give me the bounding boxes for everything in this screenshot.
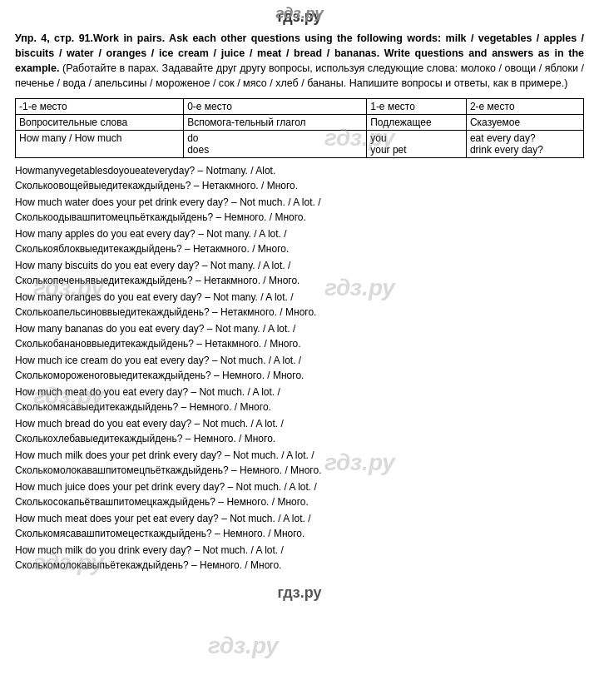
answer-en-9: How much milk does your pet drink every … [15,449,314,461]
table-row1-3: Сказуемое [466,114,583,130]
table-row2-0: How many / How much [16,130,184,157]
footer-watermark: гдз.ру [15,584,584,602]
answer-block-2: How many apples do you eat every day? – … [15,226,584,256]
table-header-3: 2-е место [466,98,583,114]
table-row2-3: eat every day? drink every day? [466,130,583,157]
answer-en-1: How much water does your pet drink every… [15,196,321,208]
answer-block-11: How much meat does your pet eat every da… [15,511,584,541]
site-title: гдз.ру [15,8,584,26]
answer-ru-9: Сколькомолокавашпитомецпьёткаждыйдень? –… [15,464,321,476]
answer-en-12: How much milk do you drink every day? – … [15,544,284,556]
answer-ru-8: Сколькохлебавыедитекаждыйдень? – Немного… [15,433,275,444]
answer-en-2: How many apples do you eat every day? – … [15,228,287,240]
answer-ru-2: Сколькояблоквыедитекаждыйдень? – Нетакмн… [15,243,289,255]
answer-block-10: How much juice does your pet drink every… [15,479,584,509]
answers-section: Howmanyvegetablesdoyoueateveryday? – Not… [15,163,584,573]
table-header-1: 0-е место [184,98,367,114]
answer-en-8: How much bread do you eat every day? – N… [15,418,284,429]
table-row1-0: Вопросительные слова [16,114,184,130]
answer-ru-4: Сколькоапельсиноввыедитекаждыйдень? – Не… [15,306,316,318]
answer-block-6: How much ice cream do you eat every day?… [15,353,584,383]
table-row1-2: Подлежащее [367,114,467,130]
answer-ru-0: Сколькоовощейвыедитекаждыйдень? – Нетакм… [15,180,298,191]
answer-block-3: How many biscuits do you eat every day? … [15,258,584,288]
table-header-2: 1-е место [367,98,467,114]
answer-ru-10: Сколькосокапьётвашпитомецкаждыйдень? – Н… [15,496,309,508]
answer-ru-12: Сколькомолокавыпьётекаждыйдень? – Немног… [15,559,281,571]
answer-block-1: How much water does your pet drink every… [15,195,584,225]
answer-en-4: How many oranges do you eat every day? –… [15,291,294,303]
answer-block-5: How many bananas do you eat every day? –… [15,321,584,351]
grammar-table: -1-е место 0-е место 1-е место 2-е место… [15,98,584,158]
answer-ru-3: Сколькопеченьявыедитекаждыйдень? – Нетак… [15,275,300,286]
watermark-7: гдз.ру [208,633,279,659]
answer-block-7: How much meat do you eat every day? – No… [15,385,584,415]
answer-block-9: How much milk does your pet drink every … [15,448,584,478]
answer-block-0: Howmanyvegetablesdoyoueateveryday? – Not… [15,163,584,193]
table-row2-2: you your pet [367,130,467,157]
answer-en-6: How much ice cream do you eat every day?… [15,355,301,366]
answer-block-12: How much milk do you drink every day? – … [15,543,584,573]
task-header: Упр. 4, стр. 91. [15,32,93,44]
answer-ru-7: Сколькомясавыедитекаждыйдень? – Немного.… [15,401,271,413]
answer-ru-5: Сколькобанановвыедитекаждыйдень? – Нетак… [15,338,301,350]
answer-en-7: How much meat do you eat every day? – No… [15,386,280,398]
table-header-0: -1-е место [16,98,184,114]
answer-ru-6: Сколькомороженоговыедитекаждыйдень? – Не… [15,370,304,381]
answer-en-3: How many biscuits do you eat every day? … [15,260,290,271]
answer-en-0: Howmanyvegetablesdoyoueateveryday? – Not… [15,165,275,176]
answer-en-11: How much meat does your pet eat every da… [15,513,311,524]
answer-block-8: How much bread do you eat every day? – N… [15,416,584,446]
task-desc-ru: (Работайте в парах. Задавайте друг другу… [15,62,584,89]
answer-en-5: How many bananas do you eat every day? –… [15,323,295,335]
table-row1-1: Вспомога-тельный глагол [184,114,367,130]
answer-ru-1: Сколькоодывашпитомецпьёткаждыйдень? – Не… [15,211,306,223]
task-description: Упр. 4, стр. 91.Work in pairs. Ask each … [15,31,584,92]
answer-ru-11: Сколькомясавашпитомецесткаждыйдень? – Не… [15,528,304,539]
answer-en-10: How much juice does your pet drink every… [15,481,317,493]
answer-block-4: How many oranges do you eat every day? –… [15,290,584,320]
table-row2-1: do does [184,130,367,157]
